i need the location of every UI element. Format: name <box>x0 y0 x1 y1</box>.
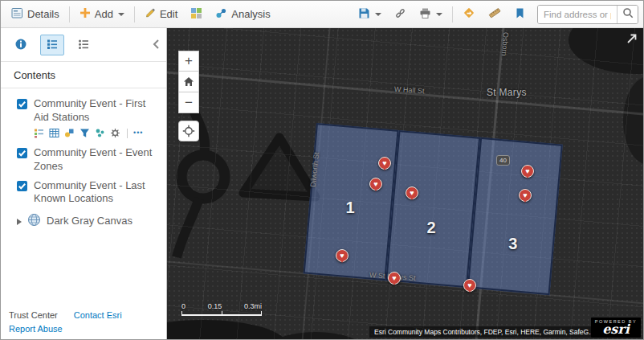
arcgis-map-viewer: Details Add Edit Analysis <box>0 0 644 340</box>
change-style-icon[interactable] <box>64 128 75 139</box>
directions-button[interactable] <box>457 4 481 25</box>
first-aid-station-pin[interactable]: ♥ <box>463 279 476 292</box>
first-aid-station-pin[interactable]: ♥ <box>521 165 534 178</box>
analysis-label: Analysis <box>231 8 270 20</box>
expand-arrow-icon <box>626 35 638 47</box>
zoom-in-button[interactable]: + <box>178 51 199 72</box>
basemap-button[interactable] <box>185 4 208 25</box>
filter-icon[interactable] <box>79 128 91 139</box>
heart-icon: ♥ <box>392 275 396 282</box>
zone-number: 2 <box>427 219 436 237</box>
esri-brand-label: esri <box>591 324 641 335</box>
content-list-icon <box>46 38 59 53</box>
tab-legend[interactable] <box>71 35 96 55</box>
print-button[interactable] <box>414 4 448 25</box>
find-my-location-button[interactable] <box>178 121 199 141</box>
add-button[interactable]: Add <box>74 4 130 25</box>
save-button[interactable] <box>353 4 387 25</box>
event-zone-1[interactable]: 1 <box>304 123 399 281</box>
cluster-points-icon[interactable] <box>95 128 106 139</box>
map-canvas[interactable]: 1 2 3 ♥ ♥ ♥ ♥ ♥ ♥ ♥ ♥ W Hall St St Marys… <box>167 28 643 339</box>
zone-number: 3 <box>508 235 517 253</box>
event-zones-layer: 1 2 3 <box>304 123 563 295</box>
home-button[interactable] <box>178 72 199 92</box>
share-link-button[interactable] <box>389 4 412 25</box>
event-zone-3[interactable]: 3 <box>467 137 563 295</box>
save-icon <box>358 7 370 22</box>
first-aid-station-pin[interactable]: ♥ <box>378 157 391 170</box>
scale-end: 0.3mi <box>244 302 262 310</box>
directions-icon <box>463 6 475 22</box>
edit-button[interactable]: Edit <box>139 4 183 25</box>
scale-middle: 0.15 <box>208 302 222 310</box>
layer-tools-row: ••• <box>34 128 160 139</box>
toolbar-separator <box>452 6 453 23</box>
chevron-left-icon <box>152 40 160 52</box>
first-aid-station-pin[interactable]: ♥ <box>406 186 418 199</box>
pencil-icon <box>145 7 156 21</box>
expand-map-button[interactable] <box>625 32 639 47</box>
layer-settings-gear-icon[interactable] <box>110 128 121 139</box>
layer-item-first-aid-stations: Community Event - First Aid Stations <box>17 97 160 125</box>
layer-label[interactable]: Community Event - Event Zones <box>34 146 160 174</box>
layer-list: Community Event - First Aid Stations •••… <box>1 88 166 230</box>
contact-esri-link[interactable]: Contact Esri <box>74 310 122 320</box>
top-toolbar: Details Add Edit Analysis <box>1 1 643 28</box>
scale-line <box>181 311 262 316</box>
show-legend-icon[interactable] <box>34 128 45 139</box>
show-table-icon[interactable] <box>49 128 60 139</box>
heart-icon: ♥ <box>340 252 344 260</box>
layer-checkbox[interactable] <box>17 99 27 109</box>
layer-checkbox[interactable] <box>17 148 27 158</box>
report-abuse-link[interactable]: Report Abuse <box>9 324 63 334</box>
sidebar-panel: Contents Community Event - First Aid Sta… <box>1 28 167 339</box>
layer-checkbox[interactable] <box>17 181 27 191</box>
zone-number: 1 <box>346 199 355 217</box>
heart-icon: ♥ <box>525 168 529 175</box>
first-aid-station-pin[interactable]: ♥ <box>369 178 382 190</box>
highway-shield-40: 40 <box>496 155 510 166</box>
heart-icon: ♥ <box>467 282 471 289</box>
scale-bar: 0 0.15 0.3mi <box>181 302 262 316</box>
event-zone-2[interactable]: 2 <box>385 130 481 288</box>
edit-label: Edit <box>160 8 177 20</box>
first-aid-station-pin[interactable]: ♥ <box>519 189 532 202</box>
first-aid-station-pin[interactable]: ♥ <box>388 272 401 285</box>
first-aid-station-pin[interactable]: ♥ <box>336 249 348 262</box>
search-box <box>537 5 638 24</box>
city-label-st-marys: St Marys <box>487 87 527 98</box>
add-label: Add <box>95 8 113 20</box>
measure-button[interactable] <box>483 4 507 25</box>
chevron-down-icon <box>118 13 124 16</box>
layer-label[interactable]: Community Event - First Aid Stations <box>34 97 160 125</box>
street-label-osborn-st: Osborn <box>500 32 510 56</box>
analysis-icon <box>215 7 227 22</box>
zoom-out-button[interactable]: − <box>178 92 199 113</box>
details-button[interactable]: Details <box>6 4 65 25</box>
toolbar-separator <box>69 6 70 23</box>
search-button[interactable] <box>617 5 638 24</box>
tab-content[interactable] <box>40 35 64 55</box>
search-input[interactable] <box>538 6 617 23</box>
tab-about[interactable] <box>9 35 33 55</box>
map-navigation-controls: + − <box>178 51 199 141</box>
scale-start: 0 <box>181 302 185 310</box>
heart-icon: ♥ <box>373 181 377 188</box>
globe-icon <box>27 213 41 230</box>
add-icon <box>79 7 91 21</box>
details-label: Details <box>27 8 59 20</box>
layer-label: Dark Gray Canvas <box>47 215 132 228</box>
esri-logo: POWERED BY esri <box>591 317 641 338</box>
layer-label[interactable]: Community Event - Last Known Locations <box>34 179 160 207</box>
bookmarks-button[interactable] <box>508 4 532 25</box>
collapse-sidebar-button[interactable] <box>150 37 161 54</box>
layer-item-dark-gray-canvas[interactable]: Dark Gray Canvas <box>17 213 160 230</box>
printer-icon <box>419 7 431 22</box>
layer-item-event-zones: Community Event - Event Zones <box>17 146 160 174</box>
trust-center-link[interactable]: Trust Center <box>9 310 58 320</box>
heart-icon: ♥ <box>523 192 527 199</box>
heart-icon: ♥ <box>382 160 386 167</box>
analysis-button[interactable]: Analysis <box>210 4 275 25</box>
more-options-button[interactable]: ••• <box>133 129 143 137</box>
expand-layer-icon[interactable] <box>17 219 22 225</box>
